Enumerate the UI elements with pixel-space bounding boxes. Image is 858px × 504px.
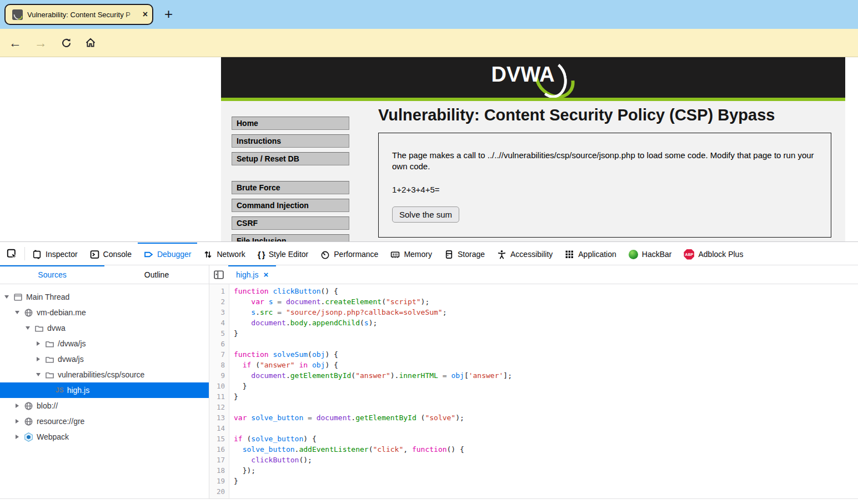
code-line[interactable]: function clickButton() {	[234, 287, 858, 298]
tree-item-resource-gre[interactable]: resource://gre	[0, 414, 209, 429]
collapse-sources-pane-button[interactable]	[209, 265, 228, 284]
line-number[interactable]: 16	[209, 445, 229, 456]
code-line[interactable]	[234, 424, 858, 435]
chevron-right-icon[interactable]	[14, 404, 21, 408]
tree-item-dvwa[interactable]: dvwa	[0, 320, 209, 336]
chevron-right-icon[interactable]	[35, 341, 42, 346]
code-line[interactable]	[234, 340, 858, 350]
menu-button-file-inclusion[interactable]: File Inclusion	[232, 234, 349, 241]
line-number[interactable]: 8	[209, 361, 229, 371]
page-title: Vulnerability: Content Security Policy (…	[378, 106, 831, 124]
code-line[interactable]: }	[234, 477, 858, 487]
devtools-tab-memory[interactable]: Memory	[384, 243, 438, 265]
devtools-tab-hackbar[interactable]: HackBar	[623, 243, 678, 265]
code-line[interactable]: }	[234, 392, 858, 403]
code-line[interactable]: document.body.appendChild(s);	[234, 319, 858, 329]
tree-item--dvwa-js[interactable]: /dvwa/js	[0, 336, 209, 351]
code-line[interactable]: document.getElementById("answer").innerH…	[234, 371, 858, 382]
chevron-down-icon[interactable]	[24, 326, 31, 330]
tree-item-main-thread[interactable]: Main Thread	[0, 289, 209, 305]
devtools-tab-debugger[interactable]: Debugger	[138, 243, 198, 265]
tree-item-blob-[interactable]: blob://	[0, 398, 209, 414]
tab-label: Inspector	[46, 250, 78, 259]
reload-button[interactable]	[58, 29, 74, 57]
line-number[interactable]: 15	[209, 435, 229, 445]
tree-item-vm-debian-me[interactable]: vm-debian.me	[0, 305, 209, 320]
line-number[interactable]: 20	[209, 487, 229, 498]
devtools-tab-style-editor[interactable]: { }Style Editor	[252, 243, 314, 265]
tree-item-high-js[interactable]: JShigh.js	[0, 382, 209, 398]
line-number[interactable]: 12	[209, 403, 229, 414]
panel-tab-outline[interactable]: Outline	[104, 265, 209, 284]
line-number[interactable]: 17	[209, 456, 229, 466]
menu-button-home[interactable]: Home	[232, 117, 349, 130]
code-line[interactable]: if ("answer" in obj) {	[234, 361, 858, 371]
line-number[interactable]: 5	[209, 329, 229, 340]
line-number[interactable]: 3	[209, 308, 229, 319]
code-line[interactable]: var s = document.createElement("script")…	[234, 298, 858, 308]
line-number[interactable]: 1	[209, 287, 229, 298]
code-line[interactable]: clickButton();	[234, 456, 858, 466]
line-number[interactable]: 2	[209, 298, 229, 308]
line-number-gutter[interactable]: 1234567891011121314151617181920	[209, 284, 229, 498]
chevron-right-icon[interactable]	[14, 419, 21, 424]
line-number[interactable]: 4	[209, 319, 229, 329]
code-line[interactable]	[234, 487, 858, 498]
chevron-right-icon[interactable]	[14, 435, 21, 439]
panel-tab-sources[interactable]: Sources	[0, 265, 104, 284]
code-pane[interactable]: function clickButton() { var s = documen…	[229, 284, 858, 498]
menu-button-brute-force[interactable]: Brute Force	[232, 181, 349, 194]
menu-button-csrf[interactable]: CSRF	[232, 216, 349, 230]
chevron-down-icon[interactable]	[35, 373, 42, 376]
forward-button[interactable]: →	[32, 29, 49, 57]
solve-the-sum-button[interactable]: Solve the sum	[392, 206, 459, 223]
tree-item-webpack[interactable]: Webpack	[0, 429, 209, 445]
devtools-tab-application[interactable]: Application	[559, 243, 623, 265]
devtools-tab-console[interactable]: Console	[84, 243, 138, 265]
line-number[interactable]: 6	[209, 340, 229, 350]
close-editor-tab-icon[interactable]: ×	[263, 270, 268, 279]
line-number[interactable]: 9	[209, 371, 229, 382]
tree-item-vulnerabilities-csp-source[interactable]: vulnerabilities/csp/source	[0, 367, 209, 382]
line-number[interactable]: 10	[209, 382, 229, 392]
vulnerability-box: The page makes a call to ../..//vulnerab…	[378, 133, 831, 238]
devtools-tab-storage[interactable]: Storage	[438, 243, 491, 265]
code-line[interactable]: var solve_button = document.getElementBy…	[234, 414, 858, 424]
code-line[interactable]: });	[234, 466, 858, 477]
new-tab-button[interactable]: +	[164, 6, 173, 22]
pick-element-button[interactable]	[0, 243, 23, 265]
code-line[interactable]: }	[234, 329, 858, 340]
chevron-down-icon[interactable]	[3, 295, 10, 299]
home-button[interactable]	[82, 29, 99, 57]
menu-button-setup-reset-db[interactable]: Setup / Reset DB	[232, 152, 349, 165]
devtools-tab-network[interactable]: Network	[197, 243, 251, 265]
devtools-tab-accessibility[interactable]: Accessibility	[491, 243, 559, 265]
code-editor[interactable]: 1234567891011121314151617181920 function…	[209, 284, 858, 498]
chevron-down-icon[interactable]	[14, 311, 21, 314]
code-line[interactable]: }	[234, 382, 858, 392]
line-number[interactable]: 14	[209, 424, 229, 435]
devtools-panel: InspectorConsoleDebuggerNetwork{ }Style …	[0, 241, 858, 504]
menu-button-instructions[interactable]: Instructions	[232, 134, 349, 148]
back-button[interactable]: ←	[7, 29, 23, 57]
code-line[interactable]: function solveSum(obj) {	[234, 350, 858, 361]
editor-tab-highjs[interactable]: high.js ×	[228, 265, 276, 284]
tree-item-dvwa-js[interactable]: dvwa/js	[0, 351, 209, 367]
code-line[interactable]: solve_button.addEventListener("click", f…	[234, 445, 858, 456]
code-line[interactable]	[234, 403, 858, 414]
chevron-right-icon[interactable]	[35, 357, 42, 361]
browser-tab[interactable]: Vulnerability: Content Security P ×	[4, 4, 153, 25]
code-line[interactable]: s.src = "source/jsonp.php?callback=solve…	[234, 308, 858, 319]
devtools-tab-performance[interactable]: Performance	[314, 243, 384, 265]
devtools-tab-inspector[interactable]: Inspector	[26, 243, 84, 265]
line-number[interactable]: 13	[209, 414, 229, 424]
line-number[interactable]: 19	[209, 477, 229, 487]
pick-element-icon	[7, 249, 17, 259]
line-number[interactable]: 11	[209, 392, 229, 403]
menu-button-command-injection[interactable]: Command Injection	[232, 199, 349, 212]
devtools-tab-adblock-plus[interactable]: ABPAdblock Plus	[678, 243, 749, 265]
code-line[interactable]: if (solve_button) {	[234, 435, 858, 445]
tab-close-icon[interactable]: ×	[143, 9, 148, 19]
line-number[interactable]: 18	[209, 466, 229, 477]
line-number[interactable]: 7	[209, 350, 229, 361]
